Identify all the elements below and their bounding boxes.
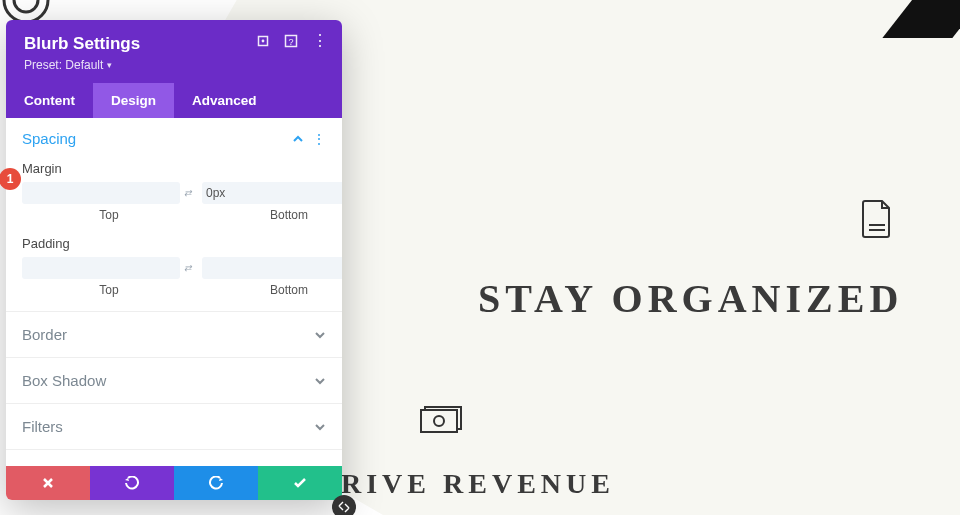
- section-box-shadow[interactable]: Box Shadow: [6, 358, 342, 404]
- pos-top: Top: [99, 208, 118, 222]
- link-icon[interactable]: ⇄: [180, 182, 196, 204]
- document-icon: [862, 200, 892, 238]
- margin-top-input[interactable]: [22, 182, 180, 204]
- settings-modal: Blurb Settings Preset: Default ▾ ? ⋮ Con…: [6, 20, 342, 500]
- preset-selector[interactable]: Preset: Default ▾: [24, 58, 112, 72]
- money-icon: [420, 406, 462, 434]
- tabs: Content Design Advanced: [6, 83, 342, 118]
- margin-bottom-input[interactable]: [202, 182, 342, 204]
- caret-down-icon: ▾: [107, 60, 112, 70]
- link-icon[interactable]: ⇄: [180, 257, 196, 279]
- chevron-up-icon[interactable]: [292, 133, 304, 145]
- expand-icon[interactable]: [256, 34, 270, 48]
- annotation-badge-1: 1: [0, 168, 21, 190]
- chevron-down-icon: [314, 375, 326, 387]
- modal-body: Spacing ⋮ Margin ⇄Top ⇄Bottom ⇄Left Righ…: [6, 118, 342, 466]
- svg-text:?: ?: [288, 37, 293, 47]
- svg-rect-2: [421, 410, 457, 432]
- padding-bottom-input[interactable]: [202, 257, 342, 279]
- svg-point-5: [262, 40, 265, 43]
- close-icon: [42, 477, 54, 489]
- check-icon: [293, 477, 307, 489]
- help-icon[interactable]: ?: [284, 34, 298, 48]
- undo-icon: [124, 476, 140, 490]
- modal-header: Blurb Settings Preset: Default ▾ ? ⋮: [6, 20, 342, 83]
- tab-design[interactable]: Design: [93, 83, 174, 118]
- redo-button[interactable]: [174, 466, 258, 500]
- save-button[interactable]: [258, 466, 342, 500]
- svg-point-1: [14, 0, 38, 12]
- pos-bottom: Bottom: [270, 208, 308, 222]
- padding-top-input[interactable]: [22, 257, 180, 279]
- tab-content[interactable]: Content: [6, 83, 93, 118]
- resize-icon: [338, 501, 350, 513]
- undo-button[interactable]: [90, 466, 174, 500]
- section-spacing: Spacing ⋮ Margin ⇄Top ⇄Bottom ⇄Left Righ…: [6, 118, 342, 312]
- padding-label: Padding: [22, 236, 326, 251]
- chevron-down-icon: [314, 329, 326, 341]
- margin-label: Margin: [22, 161, 326, 176]
- section-title-spacing[interactable]: Spacing: [22, 130, 76, 147]
- preset-label: Preset: Default: [24, 58, 103, 72]
- section-filters[interactable]: Filters: [6, 404, 342, 450]
- svg-point-3: [434, 416, 444, 426]
- chevron-down-icon: [314, 421, 326, 433]
- action-bar: [6, 466, 342, 500]
- tab-advanced[interactable]: Advanced: [174, 83, 275, 118]
- resize-handle[interactable]: [332, 495, 356, 515]
- heading-stay-organized: STAY ORGANIZED: [478, 275, 903, 322]
- section-border[interactable]: Border: [6, 312, 342, 358]
- heading-revenue: RIVE REVENUE: [341, 468, 615, 500]
- discard-button[interactable]: [6, 466, 90, 500]
- redo-icon: [208, 476, 224, 490]
